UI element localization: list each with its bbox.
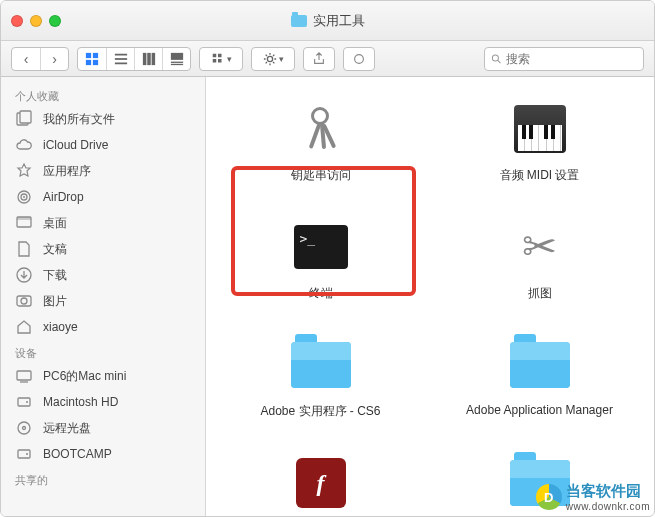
svg-rect-4 — [114, 53, 126, 55]
terminal-icon: >_ — [289, 215, 353, 279]
sidebar-item-label: BOOTCAMP — [43, 447, 112, 461]
sidebar-item[interactable]: 下载 — [1, 262, 205, 288]
content-area: 钥匙串访问音频 MIDI 设置>_终端✂抓图Adobe 实用程序 - CS6Ad… — [206, 77, 654, 516]
gear-icon — [263, 52, 277, 66]
maximize-button[interactable] — [49, 15, 61, 27]
svg-rect-1 — [93, 52, 98, 57]
svg-rect-2 — [86, 59, 91, 64]
sidebar-item[interactable]: 应用程序 — [1, 158, 205, 184]
pictures-icon — [15, 292, 33, 310]
coverflow-view-button[interactable] — [162, 48, 190, 70]
svg-rect-9 — [151, 52, 155, 64]
sidebar-item[interactable]: AirDrop — [1, 184, 205, 210]
svg-rect-22 — [20, 111, 31, 123]
search-input[interactable] — [506, 52, 637, 66]
svg-point-19 — [492, 54, 498, 60]
svg-point-35 — [18, 422, 30, 434]
window-title: 实用工具 — [291, 12, 365, 30]
svg-rect-14 — [218, 53, 222, 57]
grid-item[interactable]: ✂抓图 — [455, 215, 625, 315]
remote-disc-icon — [15, 419, 33, 437]
airdrop-icon — [15, 188, 33, 206]
sidebar-item[interactable]: Macintosh HD — [1, 389, 205, 415]
svg-rect-16 — [218, 59, 222, 63]
svg-rect-5 — [114, 58, 126, 60]
arrange-button[interactable]: ▾ — [200, 48, 242, 70]
svg-line-20 — [498, 60, 501, 63]
svg-rect-3 — [93, 59, 98, 64]
grid-icon — [85, 52, 99, 66]
grid-item[interactable]: Adobe Application Manager — [455, 333, 625, 433]
sidebar-item[interactable]: 文稿 — [1, 236, 205, 262]
svg-point-18 — [355, 54, 364, 63]
folder-icon — [291, 15, 307, 27]
list-view-button[interactable] — [106, 48, 134, 70]
share-button[interactable] — [303, 47, 335, 71]
grid-item-label: Adobe 实用程序 - CS6 — [260, 403, 380, 433]
search-icon — [491, 53, 502, 65]
traffic-lights — [11, 15, 61, 27]
disk-icon — [15, 445, 33, 463]
sidebar-section-title: 共享的 — [1, 467, 205, 490]
svg-rect-12 — [170, 63, 182, 64]
grid-item[interactable]: >_终端 — [236, 215, 406, 315]
svg-rect-37 — [18, 450, 30, 458]
watermark-text: 当客软件园 www.downkr.com — [566, 482, 650, 512]
sidebar-item-label: 桌面 — [43, 215, 67, 232]
back-button[interactable]: ‹ — [12, 48, 40, 70]
sidebar-item[interactable]: 桌面 — [1, 210, 205, 236]
home-icon — [15, 318, 33, 336]
svg-rect-0 — [86, 52, 91, 57]
arrange-button-group: ▾ — [199, 47, 243, 71]
search-field[interactable] — [484, 47, 644, 71]
svg-rect-8 — [147, 52, 151, 64]
titlebar: 实用工具 — [1, 1, 654, 41]
sidebar-item[interactable]: 图片 — [1, 288, 205, 314]
sidebar-item-label: 应用程序 — [43, 163, 91, 180]
grid-item[interactable]: f — [236, 451, 406, 516]
sidebar-item[interactable]: 我的所有文件 — [1, 106, 205, 132]
grid-item[interactable]: Adobe 实用程序 - CS6 — [236, 333, 406, 433]
keychain-icon — [289, 97, 353, 161]
sidebar-item-label: 我的所有文件 — [43, 111, 115, 128]
svg-point-36 — [23, 427, 26, 430]
svg-rect-11 — [170, 61, 182, 62]
sidebar-item-label: AirDrop — [43, 190, 84, 204]
sidebar-item[interactable]: PC6的Mac mini — [1, 363, 205, 389]
columns-icon — [142, 52, 156, 66]
watermark-url: www.downkr.com — [566, 501, 650, 512]
window-body: 个人收藏我的所有文件iCloud Drive应用程序AirDrop桌面文稿下载图… — [1, 77, 654, 516]
nav-buttons: ‹ › — [11, 47, 69, 71]
icon-view-button[interactable] — [78, 48, 106, 70]
column-view-button[interactable] — [134, 48, 162, 70]
title-text: 实用工具 — [313, 12, 365, 30]
icon-grid: 钥匙串访问音频 MIDI 设置>_终端✂抓图Adobe 实用程序 - CS6Ad… — [216, 97, 644, 516]
sidebar-item-label: PC6的Mac mini — [43, 368, 126, 385]
grid-item[interactable]: 音频 MIDI 设置 — [455, 97, 625, 197]
close-button[interactable] — [11, 15, 23, 27]
action-button[interactable]: ▾ — [252, 48, 294, 70]
forward-button[interactable]: › — [40, 48, 68, 70]
disk-icon — [15, 393, 33, 411]
grid-item[interactable]: 钥匙串访问 — [236, 97, 406, 197]
watermark: D 当客软件园 www.downkr.com — [536, 482, 650, 512]
sidebar: 个人收藏我的所有文件iCloud Drive应用程序AirDrop桌面文稿下载图… — [1, 77, 206, 516]
svg-rect-6 — [114, 62, 126, 64]
tags-button[interactable] — [343, 47, 375, 71]
sidebar-item-label: 下载 — [43, 267, 67, 284]
documents-icon — [15, 240, 33, 258]
chevron-down-icon: ▾ — [279, 54, 284, 64]
flash-icon: f — [289, 451, 353, 515]
folder-icon — [289, 333, 353, 397]
tag-icon — [352, 52, 366, 66]
sidebar-item[interactable]: 远程光盘 — [1, 415, 205, 441]
grid-item-label: 抓图 — [528, 285, 552, 315]
folder-icon — [508, 333, 572, 397]
sidebar-item[interactable]: iCloud Drive — [1, 132, 205, 158]
minimize-button[interactable] — [30, 15, 42, 27]
coverflow-icon — [170, 52, 184, 66]
sidebar-item[interactable]: BOOTCAMP — [1, 441, 205, 467]
sidebar-item[interactable]: xiaoye — [1, 314, 205, 340]
all-files-icon — [15, 110, 33, 128]
share-icon — [312, 52, 326, 66]
